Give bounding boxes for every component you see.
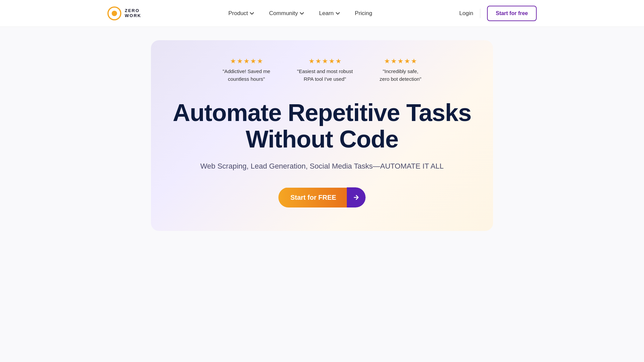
nav-product[interactable]: Product xyxy=(222,7,261,19)
star-icon: ★ xyxy=(322,57,328,65)
rest-of-page xyxy=(0,231,644,362)
review-item-2: ★ ★ ★ ★ ★ "Easiest and most robustRPA to… xyxy=(297,57,353,83)
review-item-3: ★ ★ ★ ★ ★ "Incredibly safe,zero bot dete… xyxy=(380,57,422,83)
star-icon: ★ xyxy=(257,57,263,65)
pricing-label: Pricing xyxy=(355,10,372,17)
hero-card: ★ ★ ★ ★ ★ "Addictive! Saved mecountless … xyxy=(151,40,493,231)
review-text-2: "Easiest and most robustRPA tool I've us… xyxy=(297,68,353,83)
learn-chevron-icon xyxy=(335,11,340,16)
review-text-1: "Addictive! Saved mecountless hours" xyxy=(223,68,270,83)
star-icon: ★ xyxy=(335,57,341,65)
review-text-3: "Incredibly safe,zero bot detection" xyxy=(380,68,422,83)
community-chevron-icon xyxy=(300,11,304,16)
logo-text: ZERO WORK xyxy=(125,8,141,18)
nav-right: Login Start for free xyxy=(459,6,537,21)
star-icon: ★ xyxy=(230,57,236,65)
hero-heading: Automate Repetitive Tasks Without Code xyxy=(173,100,471,153)
stars-3: ★ ★ ★ ★ ★ xyxy=(384,57,417,65)
nav-links: Product Community Learn Pricing xyxy=(222,7,378,19)
product-chevron-icon xyxy=(250,11,254,16)
star-icon: ★ xyxy=(309,57,315,65)
nav-pricing[interactable]: Pricing xyxy=(349,7,378,19)
star-icon: ★ xyxy=(244,57,250,65)
cta-label: Start for FREE xyxy=(278,188,347,207)
star-icon: ★ xyxy=(384,57,390,65)
star-icon: ★ xyxy=(404,57,410,65)
svg-point-1 xyxy=(112,11,117,16)
star-icon: ★ xyxy=(411,57,417,65)
reviews-row: ★ ★ ★ ★ ★ "Addictive! Saved mecountless … xyxy=(171,57,473,83)
cta-arrow-icon xyxy=(347,187,366,207)
star-icon: ★ xyxy=(329,57,335,65)
nav-community[interactable]: Community xyxy=(263,7,310,19)
logo-icon xyxy=(107,6,121,20)
main-content: ★ ★ ★ ★ ★ "Addictive! Saved mecountless … xyxy=(0,27,644,362)
review-item-1: ★ ★ ★ ★ ★ "Addictive! Saved mecountless … xyxy=(223,57,270,83)
nav-learn[interactable]: Learn xyxy=(313,7,346,19)
hero-cta-button[interactable]: Start for FREE xyxy=(278,187,366,207)
navbar: ZERO WORK Product Community Learn Pricin… xyxy=(0,0,644,27)
star-icon: ★ xyxy=(397,57,404,65)
stars-2: ★ ★ ★ ★ ★ xyxy=(309,57,341,65)
logo[interactable]: ZERO WORK xyxy=(107,6,141,20)
learn-label: Learn xyxy=(319,10,333,17)
product-label: Product xyxy=(228,10,248,17)
star-icon: ★ xyxy=(391,57,397,65)
stars-1: ★ ★ ★ ★ ★ xyxy=(230,57,263,65)
hero-subheading: Web Scraping, Lead Generation, Social Me… xyxy=(200,162,444,171)
star-icon: ★ xyxy=(250,57,256,65)
community-label: Community xyxy=(269,10,298,17)
star-icon: ★ xyxy=(237,57,243,65)
start-free-button[interactable]: Start for free xyxy=(487,6,537,21)
nav-divider xyxy=(480,9,480,18)
login-link[interactable]: Login xyxy=(459,10,473,17)
star-icon: ★ xyxy=(315,57,321,65)
